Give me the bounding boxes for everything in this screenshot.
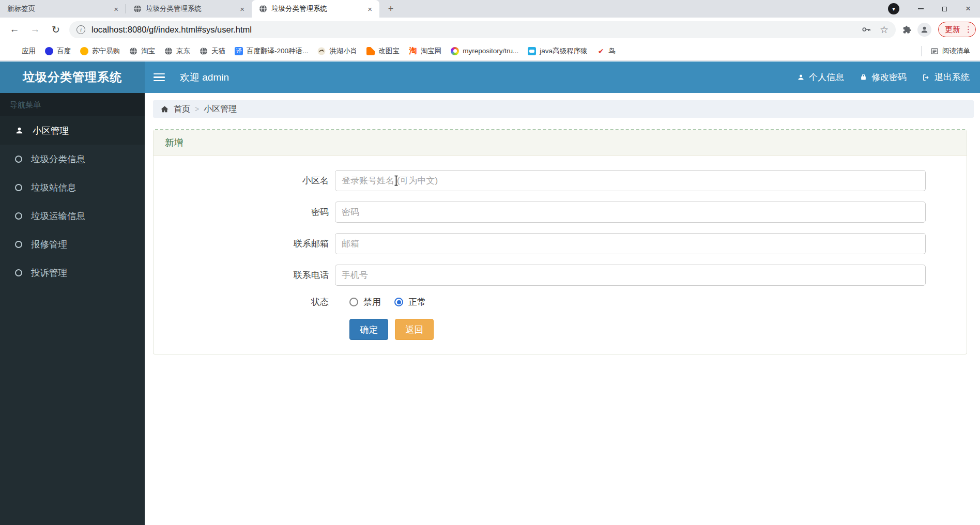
bookmark-item[interactable]: 译 百度翻译-200种语... bbox=[230, 44, 313, 58]
logout-icon bbox=[922, 73, 930, 82]
bookmark-item[interactable]: 应用 bbox=[5, 44, 40, 58]
circle-icon bbox=[15, 269, 22, 276]
bookmark-item[interactable]: myrepository/tru... bbox=[446, 45, 523, 57]
sidebar-item-community-management[interactable]: 小区管理 bbox=[0, 116, 145, 145]
sidebar-item-label: 投诉管理 bbox=[31, 267, 67, 279]
circle-icon bbox=[15, 241, 22, 248]
profile-menu-item[interactable]: 个人信息 bbox=[797, 71, 844, 83]
bookmark-item[interactable]: java高级程序猿 bbox=[523, 44, 592, 58]
circle-icon bbox=[15, 156, 22, 163]
tab-garbage-system-active[interactable]: 垃圾分类管理系统 × bbox=[252, 0, 379, 18]
community-name-label: 小区名 bbox=[154, 175, 329, 187]
bookmark-label: 天猫 bbox=[211, 47, 225, 56]
password-input[interactable] bbox=[335, 202, 926, 223]
new-tab-button[interactable]: + bbox=[384, 2, 398, 16]
contact-email-input[interactable] bbox=[335, 233, 926, 254]
bookmark-label: 百度 bbox=[57, 47, 71, 56]
radio-unchecked-icon[interactable] bbox=[349, 298, 358, 306]
sidebar-item-garbage-transport-info[interactable]: 垃圾运输信息 bbox=[0, 202, 145, 230]
robot-icon bbox=[528, 47, 536, 55]
status-option-normal[interactable]: 正常 bbox=[394, 296, 426, 308]
sidebar-item-complaint-management[interactable]: 投诉管理 bbox=[0, 258, 145, 287]
tab-garbage-system-1[interactable]: 垃圾分类管理系统 × bbox=[126, 0, 252, 18]
window-restore-button[interactable] bbox=[932, 1, 956, 17]
site-info-icon[interactable]: i bbox=[76, 25, 85, 34]
bookmark-item[interactable]: 百度 bbox=[40, 44, 75, 58]
community-name-input[interactable] bbox=[335, 170, 926, 191]
status-label: 状态 bbox=[154, 296, 329, 308]
key-icon[interactable] bbox=[861, 24, 871, 35]
bookmarks-divider bbox=[921, 46, 922, 56]
bookmark-item[interactable]: 改图宝 bbox=[362, 44, 404, 58]
extensions-puzzle-icon[interactable] bbox=[902, 24, 913, 35]
tab-new-tab-page[interactable]: 新标签页 × bbox=[0, 0, 126, 18]
bookmark-item[interactable]: 淘 淘宝网 bbox=[404, 44, 447, 58]
url-text: localhost:8080/gf/index.html#sys/user.ht… bbox=[91, 25, 853, 35]
bookmark-item[interactable]: 天猫 bbox=[195, 44, 230, 58]
rainbow-ring-icon bbox=[451, 47, 459, 55]
tab-title: 垃圾分类管理系统 bbox=[146, 4, 238, 13]
address-bar[interactable]: i localhost:8080/gf/index.html#sys/user.… bbox=[69, 21, 896, 38]
eagle-icon bbox=[317, 47, 326, 55]
status-option-disabled[interactable]: 禁用 bbox=[349, 296, 381, 308]
baidu-icon bbox=[45, 47, 53, 55]
sidebar-item-repair-management[interactable]: 报修管理 bbox=[0, 230, 145, 258]
sidebar: 导航菜单 小区管理 垃圾分类信息 垃圾站信息 垃圾运输信息 报修管理 投诉管理 bbox=[0, 93, 145, 525]
sidebar-item-garbage-station-info[interactable]: 垃圾站信息 bbox=[0, 173, 145, 202]
reading-list-button[interactable]: 阅读清单 bbox=[926, 44, 975, 58]
contact-phone-input[interactable] bbox=[335, 265, 926, 286]
bookmark-label: 苏宁易购 bbox=[92, 47, 120, 56]
password-label: 密码 bbox=[154, 206, 329, 218]
sidebar-toggle-button[interactable] bbox=[145, 61, 174, 93]
globe-icon bbox=[129, 47, 137, 55]
radio-label[interactable]: 正常 bbox=[408, 296, 426, 308]
reading-list-label: 阅读清单 bbox=[942, 47, 970, 56]
close-icon[interactable]: × bbox=[365, 5, 374, 13]
sidebar-item-label: 垃圾分类信息 bbox=[31, 153, 85, 165]
bookmark-item[interactable]: 苏宁易购 bbox=[75, 44, 125, 58]
bookmark-label: 鸟 bbox=[609, 47, 616, 56]
bookmark-star-icon[interactable]: ☆ bbox=[880, 24, 889, 36]
profile-avatar[interactable] bbox=[917, 23, 931, 37]
radio-label[interactable]: 禁用 bbox=[363, 296, 381, 308]
sidebar-item-garbage-classification-info[interactable]: 垃圾分类信息 bbox=[0, 145, 145, 173]
reading-list-icon bbox=[930, 47, 939, 55]
app-logo[interactable]: 垃圾分类管理系统 bbox=[0, 61, 145, 93]
bookmark-item[interactable]: ✔ 鸟 bbox=[592, 44, 621, 58]
tab-title: 垃圾分类管理系统 bbox=[271, 4, 365, 13]
globe-icon bbox=[200, 47, 208, 55]
globe-icon bbox=[133, 5, 142, 13]
apps-grid-icon bbox=[10, 47, 18, 55]
tab-search-icon[interactable]: ▾ bbox=[888, 3, 899, 14]
bookmark-item[interactable]: 洪湖小肖 bbox=[313, 44, 362, 58]
window-minimize-button[interactable] bbox=[909, 1, 932, 17]
radio-checked-icon[interactable] bbox=[394, 298, 403, 306]
breadcrumb: 首页 > 小区管理 bbox=[153, 100, 974, 118]
back-button-form[interactable]: 返回 bbox=[395, 319, 434, 340]
logout-menu-item[interactable]: 退出系统 bbox=[922, 71, 970, 83]
panel-title: 新增 bbox=[165, 136, 183, 149]
close-icon[interactable]: × bbox=[238, 5, 247, 13]
circle-icon bbox=[15, 184, 22, 191]
chrome-update-menu-button[interactable]: 更新 ⋮ bbox=[938, 22, 976, 37]
bookmark-item[interactable]: 京东 bbox=[160, 44, 195, 58]
browser-toolbar: ← → ↻ i localhost:8080/gf/index.html#sys… bbox=[0, 18, 980, 41]
home-icon bbox=[160, 105, 169, 114]
forward-button[interactable]: → bbox=[26, 21, 44, 38]
bookmarks-bar: 应用 百度 苏宁易购 淘宝 京东 天猫 译 百度翻译-200种语... 洪湖小肖… bbox=[0, 41, 980, 61]
contact-phone-label: 联系电话 bbox=[154, 269, 329, 281]
reload-button[interactable]: ↻ bbox=[47, 21, 65, 38]
back-button[interactable]: ← bbox=[6, 21, 23, 38]
user-icon bbox=[797, 73, 805, 81]
bookmark-label: 淘宝网 bbox=[421, 47, 442, 56]
change-password-label: 修改密码 bbox=[871, 71, 907, 83]
breadcrumb-home-link[interactable]: 首页 bbox=[174, 104, 190, 115]
close-icon[interactable]: × bbox=[112, 5, 120, 13]
circle-icon bbox=[15, 212, 22, 220]
confirm-button[interactable]: 确定 bbox=[349, 319, 388, 340]
bookmark-item[interactable]: 淘宝 bbox=[125, 44, 160, 58]
window-close-button[interactable]: × bbox=[956, 1, 980, 17]
change-password-menu-item[interactable]: 修改密码 bbox=[860, 71, 907, 83]
content-area: 首页 > 小区管理 新增 小区名 密码 bbox=[145, 93, 980, 525]
lock-icon bbox=[860, 73, 867, 81]
